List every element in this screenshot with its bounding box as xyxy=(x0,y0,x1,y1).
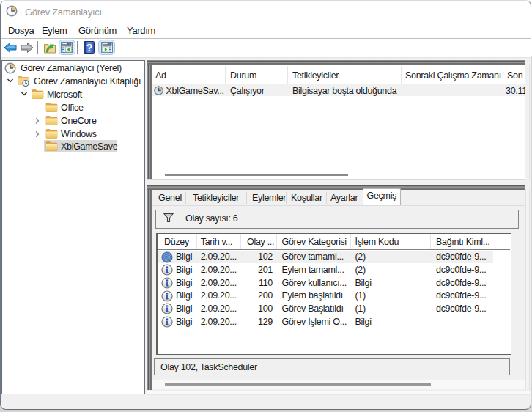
svg-text:?: ? xyxy=(86,42,92,54)
